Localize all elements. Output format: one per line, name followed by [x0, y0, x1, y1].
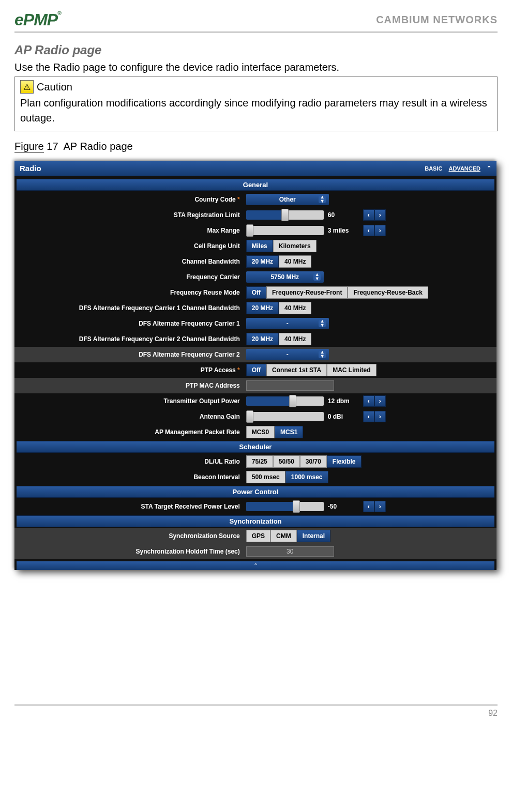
- country-code-select[interactable]: Other▲▼: [246, 194, 329, 205]
- dlul-segment[interactable]: 75/25 50/50 30/70 Flexible: [246, 455, 362, 468]
- dfs2-bw-label: DFS Alternate Frequency Carrier 2 Channe…: [20, 335, 246, 343]
- ant-gain-stepper[interactable]: ‹›: [363, 411, 386, 422]
- ant-gain-slider[interactable]: [246, 412, 324, 421]
- max-range-slider[interactable]: [246, 226, 324, 235]
- freq-reuse-segment[interactable]: Off Frequency-Reuse-Front Frequency-Reus…: [246, 286, 428, 299]
- radio-config-panel: Radio BASIC ADVANCED ⌃ General Country C…: [14, 161, 496, 570]
- logo: ePMP®: [14, 10, 61, 29]
- tx-power-label: Transmitter Output Power: [20, 397, 246, 405]
- trademark-icon: ®: [57, 10, 61, 16]
- collapse-icon[interactable]: ⌃: [487, 165, 491, 172]
- section-power: Power Control: [17, 486, 494, 498]
- sta-target-label: STA Target Received Power Level: [20, 503, 246, 510]
- dfs1-select[interactable]: -▲▼: [246, 318, 329, 329]
- doc-header: ePMP® CAMBIUM NETWORKS: [14, 10, 498, 33]
- figure-number: 17: [47, 141, 58, 152]
- intro-text: Use the Radio page to configure the devi…: [14, 62, 498, 73]
- beacon-label: Beacon Interval: [20, 473, 246, 481]
- freq-carrier-label: Frequency Carrier: [20, 273, 246, 281]
- tx-power-stepper[interactable]: ‹›: [363, 395, 386, 407]
- dfs1-label: DFS Alternate Frequency Carrier 1: [20, 320, 246, 327]
- figure-title: AP Radio page: [64, 141, 133, 152]
- tx-power-value: 12 dbm: [328, 397, 359, 405]
- max-range-label: Max Range: [20, 227, 246, 234]
- freq-carrier-select[interactable]: 5750 MHz▲▼: [246, 271, 324, 283]
- sync-source-label: Synchronization Source: [20, 532, 246, 540]
- ptp-mac-input[interactable]: [246, 380, 334, 391]
- max-range-stepper[interactable]: ‹›: [363, 225, 386, 236]
- ap-mgmt-segment[interactable]: MCS0 MCS1: [246, 426, 304, 438]
- ant-gain-label: Antenna Gain: [20, 413, 246, 420]
- ptp-access-segment[interactable]: Off Connect 1st STA MAC Limited: [246, 364, 377, 376]
- dfs2-select[interactable]: -▲▼: [246, 349, 329, 360]
- dfs2-bw-segment[interactable]: 20 MHz 40 MHz: [246, 333, 312, 345]
- ant-gain-value: 0 dBi: [328, 413, 359, 420]
- sta-target-slider[interactable]: [246, 502, 324, 511]
- figure-word: Figure: [14, 141, 44, 152]
- sync-holdoff-input[interactable]: 30: [246, 546, 334, 557]
- panel-header: Radio BASIC ADVANCED ⌃: [14, 161, 496, 176]
- dfs1-bw-segment[interactable]: 20 MHz 40 MHz: [246, 302, 312, 314]
- collapse-bar[interactable]: ⌃: [17, 561, 494, 570]
- sta-target-stepper[interactable]: ‹›: [363, 501, 386, 512]
- dfs2-label: DFS Alternate Frequency Carrier 2: [20, 351, 246, 358]
- country-code-label: Country Code: [194, 196, 235, 203]
- beacon-segment[interactable]: 500 msec 1000 msec: [246, 471, 328, 483]
- freq-reuse-label: Frequency Reuse Mode: [20, 289, 246, 296]
- company-name: CAMBIUM NETWORKS: [376, 14, 498, 26]
- mode-basic[interactable]: BASIC: [425, 165, 442, 172]
- warning-icon: ⚠: [20, 80, 34, 94]
- figure-caption: Figure 17 AP Radio page: [14, 141, 498, 152]
- max-range-value: 3 miles: [328, 227, 359, 234]
- sta-reg-stepper[interactable]: ‹›: [363, 209, 386, 221]
- sta-reg-value: 60: [328, 211, 359, 219]
- caution-text: Plan configuration modifications accordi…: [20, 96, 492, 126]
- ap-mgmt-label: AP Management Packet Rate: [20, 428, 246, 436]
- sync-source-segment[interactable]: GPS CMM Internal: [246, 530, 330, 542]
- cell-range-segment[interactable]: Miles Kilometers: [246, 240, 317, 252]
- sta-reg-slider[interactable]: [246, 210, 324, 220]
- page-number: 92: [488, 709, 498, 717]
- caution-label: Caution: [37, 81, 72, 93]
- sta-target-value: -50: [328, 503, 359, 510]
- section-general: General: [17, 179, 494, 191]
- tx-power-slider[interactable]: [246, 396, 324, 406]
- ptp-mac-label: PTP MAC Address: [20, 382, 246, 389]
- sta-reg-label: STA Registration Limit: [20, 211, 246, 219]
- cell-range-label: Cell Range Unit: [20, 242, 246, 250]
- page-footer: 92: [14, 704, 498, 718]
- ptp-access-label: PTP Access: [201, 366, 236, 374]
- sync-holdoff-label: Synchronization Holdoff Time (sec): [20, 548, 246, 555]
- channel-bw-segment[interactable]: 20 MHz 40 MHz: [246, 255, 312, 268]
- dlul-label: DL/UL Ratio: [20, 458, 246, 465]
- channel-bw-label: Channel Bandwidth: [20, 258, 246, 265]
- section-title: AP Radio page: [14, 43, 498, 57]
- section-sync: Synchronization: [17, 515, 494, 527]
- dfs1-bw-label: DFS Alternate Frequency Carrier 1 Channe…: [20, 304, 246, 312]
- logo-text: ePMP: [14, 10, 57, 29]
- mode-advanced[interactable]: ADVANCED: [448, 165, 480, 172]
- section-scheduler: Scheduler: [17, 441, 494, 453]
- caution-box: ⚠ Caution Plan configuration modificatio…: [14, 76, 498, 131]
- panel-title: Radio: [20, 164, 41, 173]
